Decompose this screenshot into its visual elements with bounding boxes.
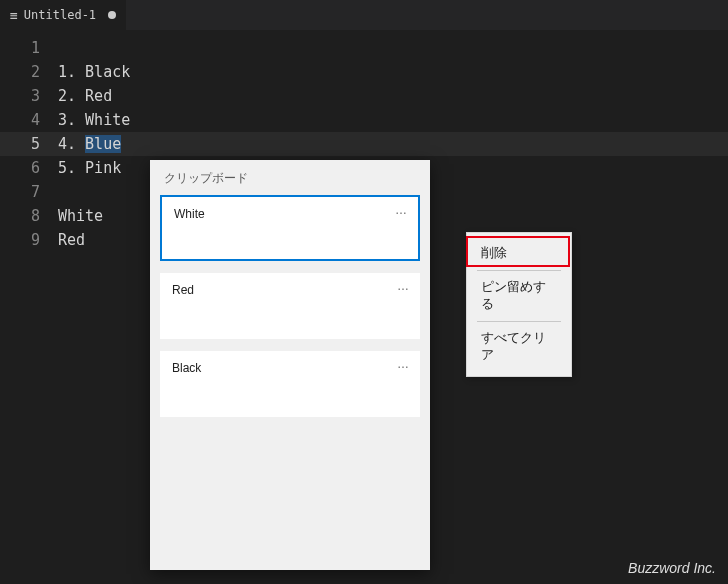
more-icon[interactable]: … (395, 203, 408, 217)
code-line: 3. White (58, 108, 728, 132)
watermark: Buzzword Inc. (628, 560, 716, 576)
clipboard-item[interactable]: Black … (160, 351, 420, 417)
tab-untitled[interactable]: ≡ Untitled-1 (0, 0, 126, 30)
menu-item-clear-all[interactable]: すべてクリア (467, 322, 571, 372)
code-line (58, 36, 728, 60)
line-number-gutter: 1234 5 6789 (0, 36, 58, 252)
dirty-indicator-icon (108, 11, 116, 19)
clipboard-item[interactable]: Red … (160, 273, 420, 339)
text-selection: Blue (85, 135, 121, 153)
code-line: 2. Red (58, 84, 728, 108)
more-icon[interactable]: … (397, 357, 410, 371)
menu-item-delete[interactable]: 削除 (467, 237, 571, 270)
clipboard-title: クリップボード (150, 160, 430, 195)
code-line: 1. Black (58, 60, 728, 84)
more-icon[interactable]: … (397, 279, 410, 293)
clipboard-item-text: Red (172, 283, 194, 297)
clipboard-item[interactable]: White … (160, 195, 420, 261)
tab-bar: ≡ Untitled-1 (0, 0, 728, 30)
code-line: 4. Blue (58, 132, 728, 156)
context-menu: 削除 ピン留めする すべてクリア (466, 232, 572, 377)
tab-title: Untitled-1 (24, 8, 96, 22)
clipboard-panel: クリップボード White … Red … Black … (150, 160, 430, 570)
clipboard-item-text: White (174, 207, 205, 221)
menu-item-pin[interactable]: ピン留めする (467, 271, 571, 321)
clipboard-item-text: Black (172, 361, 201, 375)
file-icon: ≡ (10, 8, 18, 23)
